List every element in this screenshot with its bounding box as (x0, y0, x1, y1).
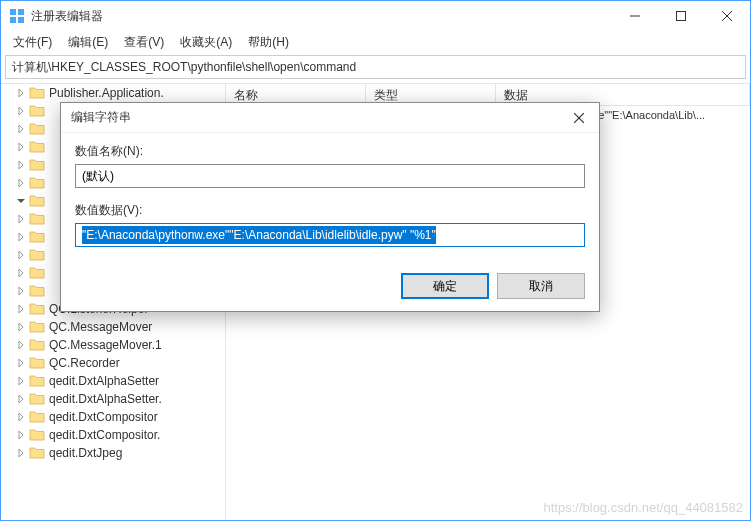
ok-button[interactable]: 确定 (401, 273, 489, 299)
name-label: 数值名称(N): (75, 143, 585, 160)
name-input[interactable]: (默认) (75, 164, 585, 188)
dialog-close-button[interactable] (559, 103, 599, 133)
cancel-button[interactable]: 取消 (497, 273, 585, 299)
dialog-titlebar: 编辑字符串 (61, 103, 599, 133)
dialog-overlay: 编辑字符串 数值名称(N): (默认) 数值数据(V): "E:\Anacond… (0, 0, 751, 521)
data-input-value: "E:\Anaconda\pythonw.exe""E:\Anaconda\Li… (82, 226, 578, 244)
dialog-title: 编辑字符串 (71, 109, 559, 126)
edit-string-dialog: 编辑字符串 数值名称(N): (默认) 数值数据(V): "E:\Anacond… (60, 102, 600, 312)
data-label: 数值数据(V): (75, 202, 585, 219)
dialog-body: 数值名称(N): (默认) 数值数据(V): "E:\Anaconda\pyth… (61, 133, 599, 265)
dialog-footer: 确定 取消 (61, 265, 599, 311)
data-input[interactable]: "E:\Anaconda\pythonw.exe""E:\Anaconda\Li… (75, 223, 585, 247)
name-input-value: (默认) (82, 167, 578, 185)
